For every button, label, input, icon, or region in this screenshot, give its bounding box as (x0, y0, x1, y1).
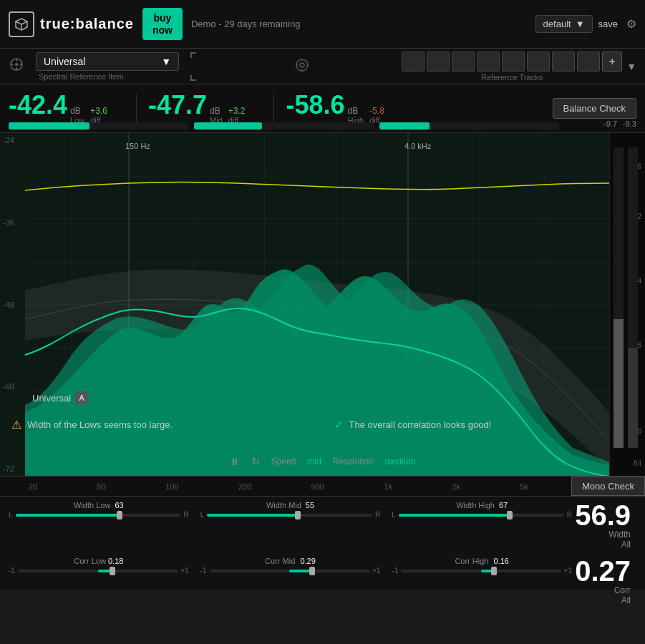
preset-value: default (543, 19, 571, 29)
ref-track-add-button[interactable]: + (602, 52, 622, 72)
width-low-slider[interactable] (16, 514, 181, 517)
meter-separator-1 (136, 94, 137, 123)
balance-check-button[interactable]: Balance Check (553, 98, 636, 119)
spectral-ref-select[interactable]: Universal ▼ (36, 52, 179, 71)
freq-5k: 5k (520, 482, 528, 491)
width-mid-slider[interactable] (207, 514, 372, 517)
svg-point-6 (296, 59, 308, 71)
preset-dropdown[interactable]: default ▼ (535, 15, 593, 33)
meter-high-diff: -5.8 (369, 106, 384, 116)
width-row: Width Low 63 L R Width Mid 55 L (9, 501, 636, 550)
freq-4k-label: 4.0 kHz (404, 142, 431, 150)
width-low-l: L (9, 511, 13, 519)
notif-left: ⚠ Width of the Lows seems too large. (0, 411, 323, 439)
corr-mid-label: Corr Mid (265, 557, 295, 565)
corr-high-minus: -1 (392, 567, 398, 575)
ref-track-5[interactable] (502, 52, 525, 72)
meters-row: -42.4 dB Low +3.6 diff -47.7 dB Mid +3.2… (0, 84, 645, 133)
corr-high-plus: +1 (564, 567, 572, 575)
meter-low: -42.4 dB Low +3.6 diff (9, 92, 107, 125)
corr-low-value: 0.18 (108, 557, 123, 565)
y-label-24: -24 (3, 136, 22, 145)
corr-all-label-bot: All (621, 595, 631, 605)
freq-1k: 1k (384, 482, 392, 491)
ref-track-7[interactable] (552, 52, 575, 72)
resolution-label: Resolution (333, 457, 374, 467)
corr-mid-slider[interactable] (210, 570, 369, 572)
ref-track-buttons: + (402, 52, 622, 72)
corr-mid-group: Corr Mid 0.29 -1 +1 (200, 557, 381, 605)
width-high-label: Width High (456, 501, 495, 509)
a-badge: A (75, 391, 88, 404)
resolution-value[interactable]: medium (385, 457, 416, 467)
mono-check-button[interactable]: Mono Check (571, 477, 645, 496)
vu-meter-svg: -6 -12 -24 -36 -60 -84 (610, 133, 645, 476)
corr-low-group: Corr Low 0.18 -1 +1 (9, 557, 189, 605)
width-all-label-top: Width (608, 530, 631, 540)
width-high-value: 67 (499, 501, 508, 509)
speed-label: Speed (271, 457, 296, 467)
spectrum-area: -24 -36 -48 -60 -72 150 Hz 4.0 kHz Unive… (0, 133, 645, 477)
controls-row: Universal ▼ Spectral Reference Item (0, 49, 645, 84)
corr-low-label: Corr Low (74, 557, 106, 565)
meter-mid-value: -47.7 (148, 92, 207, 118)
corr-low-minus: -1 (9, 567, 15, 575)
width-low-label: Width Low (74, 501, 110, 509)
vu-meter: -6 -12 -24 -36 -60 -84 (609, 133, 645, 476)
meter-low-db: dB (70, 106, 84, 116)
meter-low-diff: +3.6 (90, 106, 107, 116)
corr-row: Corr Low 0.18 -1 +1 Corr Mid 0.29 -1 (9, 557, 636, 605)
ref-track-1[interactable] (402, 52, 425, 72)
freq-axis: 20 50 100 200 500 1k 2k 5k 10k Mono Chec… (0, 477, 645, 497)
buy-now-button[interactable]: buy now (142, 8, 183, 41)
corr-low-slider[interactable] (18, 570, 178, 572)
logo-icon (9, 11, 34, 37)
ref-track-6[interactable] (527, 52, 550, 72)
width-mid-group: Width Mid 55 L R (200, 501, 381, 550)
save-button[interactable]: save (598, 19, 618, 29)
width-high-slider[interactable] (399, 514, 564, 517)
speed-controls: ⏸ ↻ Speed mid Resolution medium (230, 456, 415, 467)
width-all-value: 56.9 (572, 501, 631, 530)
header: true:balance buy now Demo - 29 days rema… (0, 0, 645, 49)
settings-icon[interactable]: ⚙ (626, 17, 636, 31)
meter-peak-labels: -9.7 -9.3 (603, 119, 636, 128)
ref-tracks-section: + Reference Tracks ▼ (402, 52, 636, 82)
width-mid-label: Width Mid (266, 501, 301, 509)
ok-text: The overall correlation looks good! (349, 419, 492, 430)
peak-label-1: -9.7 (603, 119, 617, 128)
meter-bar-low (9, 122, 188, 130)
freq-labels: 20 50 100 200 500 1k 2k 5k 10k (29, 482, 601, 491)
meter-bar-mid (194, 122, 374, 130)
ref-track-3[interactable] (452, 52, 475, 72)
meter-high-value: -58.6 (286, 92, 344, 118)
freq-150-label: 150 Hz (125, 142, 150, 150)
width-low-group: Width Low 63 L R (9, 501, 189, 550)
width-mid-l: L (200, 511, 205, 519)
warning-icon: ⚠ (11, 418, 21, 431)
svg-text:-84: -84 (631, 459, 642, 467)
meter-bar-high-fill (379, 122, 430, 130)
pause-button[interactable]: ⏸ (230, 456, 240, 467)
corr-high-slider[interactable] (401, 570, 561, 572)
notif-right: ✓ The overall correlation looks good! (323, 411, 646, 439)
warning-text: Width of the Lows seems too large. (27, 419, 173, 430)
corr-mid-minus: -1 (200, 567, 207, 575)
freq-500: 500 (311, 482, 324, 491)
speed-value[interactable]: mid (307, 457, 321, 467)
width-high-l: L (392, 511, 396, 519)
ref-track-2[interactable] (427, 52, 450, 72)
ref-track-8[interactable] (577, 52, 600, 72)
ref-tracks-dropdown-icon[interactable]: ▼ (626, 61, 636, 72)
freq-100: 100 (165, 482, 178, 491)
demo-text: Demo - 29 days remaining (191, 19, 527, 29)
refresh-button[interactable]: ↻ (251, 456, 260, 467)
freq-200: 200 (238, 482, 251, 491)
corr-all-reading: 0.27 Corr All (572, 557, 636, 605)
freq-2k: 2k (452, 482, 460, 491)
svg-rect-36 (614, 319, 624, 448)
meter-bar-mid-fill (194, 122, 262, 130)
ref-track-4[interactable] (477, 52, 500, 72)
spectral-ref-section: Universal ▼ Spectral Reference Item (36, 52, 179, 81)
width-high-r: R (567, 511, 572, 519)
